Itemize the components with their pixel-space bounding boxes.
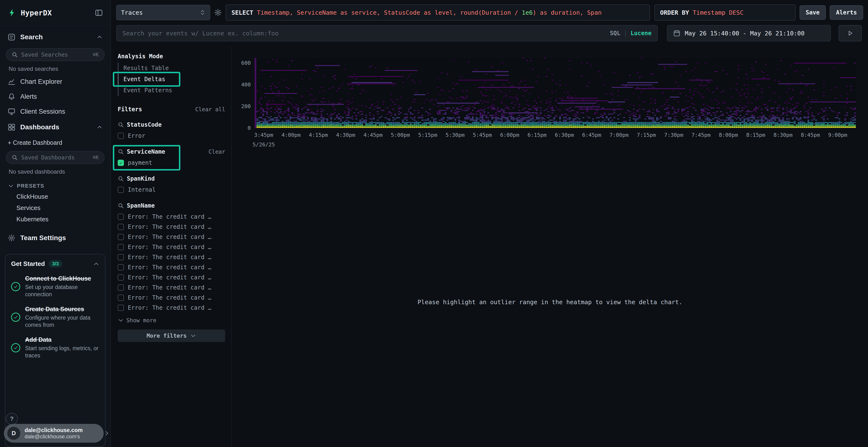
sidebar-item-chart-explorer[interactable]: Chart Explorer (0, 74, 111, 89)
step-description: Start sending logs, metrics, or traces (25, 345, 99, 359)
clear-all-filters-link[interactable]: Clear all (195, 105, 225, 113)
x-axis: 3:45pm4:00pm4:15pm4:30pm4:45pm5:00pm5:15… (255, 132, 856, 139)
checkbox[interactable] (118, 234, 124, 240)
user-menu[interactable]: D dale@clickhouse.com dale@clickhouse.co… (4, 424, 104, 443)
saved-searches-input[interactable]: Saved Searches ⌘K (6, 48, 105, 61)
filter-option-label: payment (128, 160, 152, 166)
sidebar-item-label: Alerts (20, 93, 37, 100)
filter-option[interactable]: Error: The credit card … (118, 243, 225, 251)
get-started-step[interactable]: Add Data Start sending logs, metrics, or… (11, 336, 99, 359)
x-axis-tick-label: 8:30pm (774, 132, 793, 138)
time-range-picker[interactable]: May 26 15:40:00 - May 26 21:10:00 (667, 25, 831, 41)
sql-select-input[interactable]: SELECT Timestamp, ServiceName as service… (226, 4, 650, 21)
filter-option-label: Error: The credit card … (128, 274, 212, 281)
help-button[interactable]: ? (6, 413, 18, 425)
checkbox[interactable] (118, 295, 124, 301)
filter-option[interactable]: Error: The credit card … (118, 304, 225, 312)
event-search-input[interactable]: Search your events w/ Lucene ex. column:… (116, 25, 658, 41)
save-button[interactable]: Save (800, 5, 826, 20)
x-axis-tick-label: 4:30pm (336, 132, 355, 138)
chevron-right-icon[interactable] (104, 430, 110, 437)
filter-option-label: Error: The credit card … (128, 244, 212, 250)
filter-group-servicename: ServiceName Clear ✓ payment (118, 148, 225, 167)
sql-token: Timestamp, ServiceName as service, Statu… (257, 9, 522, 16)
filter-option[interactable]: Error: The credit card … (118, 294, 225, 302)
source-select[interactable]: Traces (116, 5, 210, 20)
filter-option[interactable]: Error: The credit card … (118, 273, 225, 282)
sidebar-item-label: Search (20, 33, 43, 41)
search-icon (118, 203, 124, 209)
preset-item-kubernetes[interactable]: Kubernetes (0, 214, 111, 225)
filter-option[interactable]: Error: The credit card … (118, 222, 225, 231)
x-axis-tick-label: 6:15pm (528, 132, 547, 138)
checkbox[interactable] (118, 264, 124, 271)
show-more-link[interactable]: Show more (118, 317, 225, 324)
analysis-mode-option-results-table[interactable]: Results Table (118, 63, 225, 74)
collapse-sidebar-icon[interactable] (95, 9, 103, 16)
filter-option-label: Error: The credit card … (128, 294, 212, 301)
lucene-mode-toggle[interactable]: Lucene (630, 30, 651, 37)
sidebar-item-alerts[interactable]: Alerts (0, 89, 111, 104)
filter-group-name: ServiceName (127, 148, 165, 155)
checkbox[interactable] (118, 187, 124, 193)
select-chevrons-icon (199, 10, 206, 15)
checkbox[interactable] (118, 133, 124, 139)
checkbox[interactable] (118, 284, 124, 291)
filters-label: Filters (118, 105, 142, 113)
x-axis-tick-label: 7:00pm (610, 132, 628, 138)
get-started-step[interactable]: Connect to ClickHouse Set up your databa… (11, 275, 99, 298)
analysis-mode-option-event-deltas[interactable]: Event Deltas (118, 74, 225, 85)
filter-option[interactable]: Error: The credit card … (118, 253, 225, 262)
saved-dashboards-input[interactable]: Saved Dashboards ⌘K (6, 151, 105, 164)
filter-option[interactable]: Error: The credit card … (118, 283, 225, 292)
more-filters-button[interactable]: More filters (118, 330, 225, 342)
filter-panel: Analysis Mode Results TableEvent DeltasE… (111, 46, 232, 447)
x-axis-tick-label: 8:00pm (719, 132, 738, 138)
sidebar-item-client-sessions[interactable]: Client Sessions (0, 104, 111, 119)
create-dashboard-button[interactable]: + Create Dashboard (0, 134, 111, 147)
chevron-up-icon[interactable] (96, 124, 103, 130)
sql-token: ORDER BY (660, 9, 693, 16)
filter-option[interactable]: ✓ payment (118, 159, 225, 167)
sidebar-item-team-settings[interactable]: Team Settings (0, 231, 111, 245)
alerts-button[interactable]: Alerts (830, 5, 863, 20)
presets-toggle[interactable]: PRESETS (0, 177, 111, 191)
filter-option-label: Error: The credit card … (128, 234, 212, 240)
checkbox[interactable] (118, 305, 124, 311)
step-description: Set up your database connection (25, 284, 99, 298)
x-axis-tick-label: 5:15pm (418, 132, 437, 138)
source-settings-gear-icon[interactable] (214, 9, 222, 16)
chevron-up-icon[interactable] (93, 261, 99, 267)
sql-orderby-input[interactable]: ORDER BY Timestamp DESC (654, 4, 796, 21)
step-description: Configure where your data comes from (25, 314, 99, 329)
sidebar-item-dashboards[interactable]: Dashboards (0, 120, 111, 134)
clear-filter-link[interactable]: Clear (209, 148, 225, 155)
run-query-button[interactable] (839, 25, 862, 41)
chevron-up-icon[interactable] (96, 34, 103, 40)
filter-option[interactable]: Internal (118, 185, 225, 194)
filter-option[interactable]: Error: The credit card … (118, 212, 225, 221)
preset-item-services[interactable]: Services (0, 202, 111, 214)
filter-option[interactable]: Error: The credit card … (118, 263, 225, 272)
filter-option[interactable]: Error (118, 132, 225, 140)
filter-option-label: Error: The credit card … (128, 284, 212, 291)
sidebar-item-search[interactable]: Search (0, 30, 111, 44)
x-axis-tick-label: 7:30pm (664, 132, 683, 138)
checkbox[interactable]: ✓ (118, 160, 124, 166)
filter-option[interactable]: Error: The credit card … (118, 233, 225, 241)
checkbox[interactable] (118, 254, 124, 260)
calendar-icon (673, 30, 680, 37)
get-started-step[interactable]: Create Data Sources Configure where your… (11, 305, 99, 329)
x-axis-tick-label: 7:15pm (637, 132, 656, 138)
sql-mode-toggle[interactable]: SQL (610, 30, 620, 37)
checkbox[interactable] (118, 274, 124, 281)
dashboards-icon (8, 123, 16, 131)
preset-item-clickhouse[interactable]: ClickHouse (0, 191, 111, 202)
duration-heatmap[interactable] (255, 58, 856, 128)
checkbox[interactable] (118, 244, 124, 250)
filter-group-statuscode: StatusCode Error (118, 121, 225, 140)
checkbox[interactable] (118, 214, 124, 220)
checkbox[interactable] (118, 224, 124, 230)
analysis-mode-option-event-patterns[interactable]: Event Patterns (118, 85, 225, 96)
filter-option-label: Error: The credit card … (128, 264, 212, 271)
